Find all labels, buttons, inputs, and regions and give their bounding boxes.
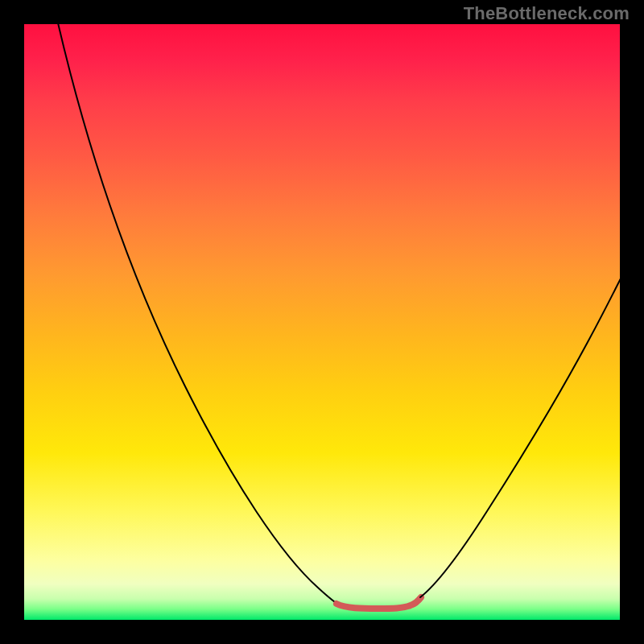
curve-right-branch <box>420 272 620 597</box>
optimal-valley-marker <box>336 597 421 609</box>
curve-left-branch <box>56 24 342 607</box>
watermark-text: TheBottleneck.com <box>464 3 630 24</box>
bottleneck-curve-svg <box>24 24 620 620</box>
chart-frame: TheBottleneck.com <box>0 0 644 644</box>
plot-gradient-background <box>24 24 620 620</box>
